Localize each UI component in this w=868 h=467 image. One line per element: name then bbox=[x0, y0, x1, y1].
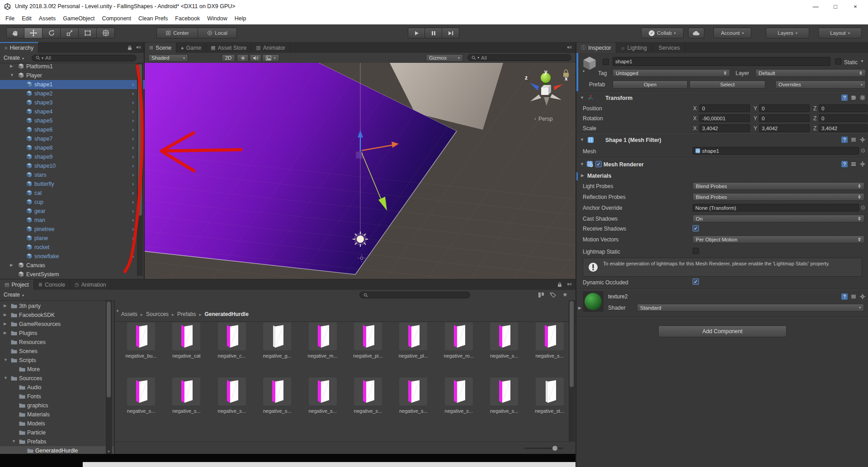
scene-viewport[interactable]: y z x ‹ Persp bbox=[145, 63, 576, 279]
minimize-button[interactable]: — bbox=[806, 3, 826, 10]
static-dropdown-icon[interactable]: ▼ bbox=[860, 59, 864, 63]
hierarchy-item-shape10[interactable]: shape10› bbox=[0, 161, 145, 170]
mesh-object-field[interactable]: shape1 bbox=[693, 147, 859, 155]
shader-dropdown[interactable]: Standard▾ bbox=[637, 304, 864, 311]
hierarchy-item-shape8[interactable]: shape8› bbox=[0, 143, 145, 152]
object-picker-icon[interactable]: ⊙ bbox=[861, 204, 865, 211]
collapse-arrow-icon[interactable]: ▶ bbox=[10, 263, 13, 267]
asset-item[interactable]: negative_s... bbox=[346, 377, 390, 414]
tab-animation[interactable]: ◷Animation bbox=[70, 279, 111, 290]
hierarchy-item-man[interactable]: man› bbox=[0, 216, 145, 225]
reflection-probes-dropdown[interactable]: Blend Probes bbox=[693, 193, 864, 201]
asset-item[interactable]: negative_cat bbox=[165, 322, 208, 359]
asset-item[interactable]: negative_s... bbox=[437, 377, 481, 414]
hierarchy-scrollbar[interactable] bbox=[137, 63, 143, 276]
gear-icon[interactable] bbox=[859, 293, 866, 300]
thumbnail-size-slider[interactable] bbox=[524, 448, 563, 449]
folder-item-gameresources[interactable]: ▶GameResources bbox=[0, 320, 114, 329]
maximize-button[interactable]: □ bbox=[826, 3, 845, 10]
menu-item-file[interactable]: File bbox=[5, 15, 14, 22]
tab-game[interactable]: ●Game bbox=[176, 42, 206, 53]
hierarchy-item-stars[interactable]: stars› bbox=[0, 170, 145, 179]
hierarchy-item-snowflake[interactable]: snowflake› bbox=[0, 252, 145, 261]
prefab-open-chevron-icon[interactable]: › bbox=[132, 126, 134, 133]
hierarchy-create-button[interactable]: Create▾ bbox=[4, 55, 24, 61]
persp-label[interactable]: Persp bbox=[538, 116, 553, 122]
layout-dropdown[interactable]: Layout▾ bbox=[818, 28, 862, 38]
prefab-open-chevron-icon[interactable]: › bbox=[132, 99, 134, 106]
cast-shadows-dropdown[interactable]: On bbox=[693, 215, 864, 222]
light-probes-dropdown[interactable]: Blend Probes bbox=[693, 182, 864, 190]
hierarchy-item-pinetree[interactable]: pinetree› bbox=[0, 225, 145, 234]
gear-icon[interactable] bbox=[859, 94, 866, 101]
menu-item-window[interactable]: Window bbox=[207, 15, 227, 22]
menu-item-facebook[interactable]: Facebook bbox=[175, 15, 200, 22]
project-create-button[interactable]: Create▾ bbox=[4, 292, 24, 298]
axis-x-field[interactable]: 0 bbox=[699, 104, 750, 112]
play-button[interactable] bbox=[408, 28, 425, 38]
prefab-open-chevron-icon[interactable]: › bbox=[132, 144, 134, 151]
hierarchy-item-gear[interactable]: gear› bbox=[0, 207, 145, 216]
folder-item-sourcces[interactable]: ▼Sourcces bbox=[0, 374, 114, 383]
assets-scrollbar[interactable] bbox=[569, 300, 575, 441]
prefab-open-chevron-icon[interactable]: › bbox=[132, 226, 134, 232]
folder-item-materials[interactable]: Materials bbox=[0, 410, 114, 419]
tab-hierarchy[interactable]: ≡ Hierarchy bbox=[0, 42, 38, 53]
breadcrumb-generatedhurdle[interactable]: GeneratedHurdle bbox=[205, 311, 249, 317]
breadcrumb-scroll-icon[interactable]: ▲ bbox=[116, 308, 119, 312]
asset-item[interactable]: negative_s... bbox=[482, 377, 526, 414]
folder-item-models[interactable]: Models bbox=[0, 419, 114, 428]
hand-tool[interactable] bbox=[6, 28, 24, 38]
pivot-toggle[interactable]: Center bbox=[156, 28, 198, 38]
gameobject-cube-icon[interactable] bbox=[582, 56, 597, 71]
menu-item-component[interactable]: Component bbox=[102, 15, 131, 22]
folder-item-scenes[interactable]: Scenes bbox=[0, 347, 114, 356]
tab-console[interactable]: ≣Console bbox=[34, 279, 70, 290]
lightmap-static-checkbox[interactable] bbox=[693, 248, 699, 254]
prefab-open-chevron-icon[interactable]: › bbox=[132, 153, 134, 160]
presets-icon[interactable] bbox=[850, 161, 857, 167]
account-dropdown[interactable]: Account▾ bbox=[713, 28, 751, 38]
hierarchy-item-shape7[interactable]: shape7› bbox=[0, 134, 145, 143]
asset-item[interactable]: negative_st... bbox=[528, 377, 571, 414]
tab-lighting[interactable]: ☼Lighting bbox=[616, 42, 652, 53]
hierarchy-item-cup[interactable]: cup› bbox=[0, 198, 145, 207]
breadcrumb-assets[interactable]: Assets bbox=[121, 311, 137, 317]
asset-item[interactable]: negative_s... bbox=[119, 377, 163, 414]
hierarchy-item-shape6[interactable]: shape6› bbox=[0, 125, 145, 134]
prefab-open-chevron-icon[interactable]: › bbox=[132, 108, 134, 115]
asset-item[interactable]: negative_s... bbox=[210, 377, 254, 414]
menu-item-clean-prefs[interactable]: Clean Prefs bbox=[138, 15, 168, 22]
tab-animator[interactable]: ▥Animator bbox=[251, 42, 290, 53]
folder-item-particle[interactable]: Particle bbox=[0, 428, 114, 437]
toggle-2d-button[interactable]: 2D bbox=[222, 54, 235, 62]
axis-x-field[interactable]: 3,4042 bbox=[699, 124, 750, 132]
dynamic-occluded-checkbox[interactable]: ✓ bbox=[693, 278, 699, 285]
folder-item-3th-party[interactable]: ▶3th party bbox=[0, 302, 114, 311]
asset-item[interactable]: negative_s... bbox=[528, 322, 571, 359]
presets-icon[interactable] bbox=[850, 293, 857, 300]
help-icon[interactable]: ? bbox=[841, 161, 848, 167]
layer-dropdown[interactable]: Default bbox=[755, 69, 866, 77]
asset-item[interactable]: negative_s... bbox=[482, 322, 526, 359]
scene-search-input[interactable]: ▾ All bbox=[467, 54, 571, 61]
project-lock-icon[interactable] bbox=[557, 282, 562, 287]
component-enabled-checkbox[interactable]: ✓ bbox=[595, 161, 602, 167]
asset-item[interactable]: negative_s... bbox=[255, 377, 299, 414]
folder-item-graphics[interactable]: graphics bbox=[0, 401, 114, 410]
foldout-arrow-icon[interactable]: ▼ bbox=[580, 137, 584, 142]
prefab-open-button[interactable]: Open bbox=[613, 80, 688, 89]
tab-services[interactable]: Services bbox=[652, 42, 685, 53]
collapse-arrow-icon[interactable]: ▶ bbox=[4, 321, 7, 326]
material-foldout-icon[interactable]: ▶ bbox=[578, 306, 581, 310]
gear-icon[interactable] bbox=[859, 137, 866, 143]
hierarchy-item-plane[interactable]: plane› bbox=[0, 234, 145, 243]
collapse-arrow-icon[interactable]: ▶ bbox=[4, 303, 7, 308]
hierarchy-item-shape2[interactable]: shape2› bbox=[0, 89, 145, 98]
collapse-arrow-icon[interactable]: ▶ bbox=[4, 330, 7, 335]
breadcrumb-sourcces[interactable]: Sourcces bbox=[146, 311, 169, 317]
search-by-label-icon[interactable] bbox=[550, 292, 556, 298]
collapse-arrow-icon[interactable]: ▶ bbox=[10, 64, 13, 68]
menu-item-edit[interactable]: Edit bbox=[22, 15, 32, 22]
gear-icon[interactable] bbox=[859, 161, 866, 167]
